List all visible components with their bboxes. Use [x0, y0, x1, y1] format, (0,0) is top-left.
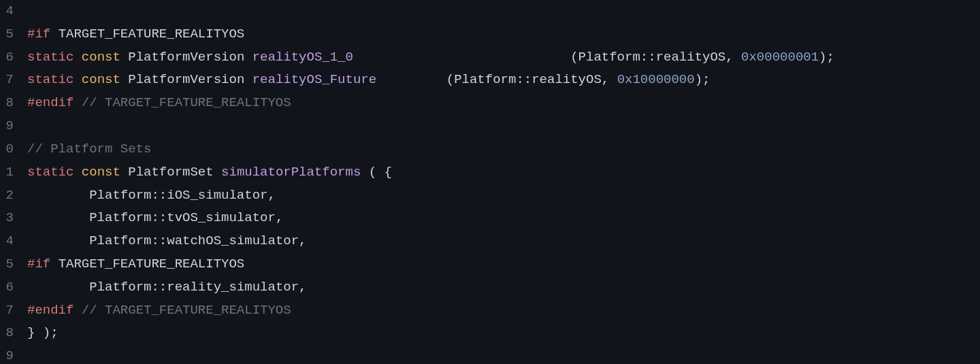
code-content[interactable]: Platform::reality_simulator, [20, 276, 980, 299]
gutter-line-number: 9 [0, 115, 20, 138]
gutter-line-number: 8 [0, 322, 20, 345]
code-content[interactable]: Platform::watchOS_simulator, [20, 230, 980, 253]
code-line[interactable]: 5#if TARGET_FEATURE_REALITYOS [0, 23, 980, 46]
token-kw2: const [82, 165, 120, 180]
token-paren: ( [369, 165, 376, 180]
code-content[interactable]: #endif // TARGET_FEATURE_REALITYOS [20, 92, 980, 115]
code-content[interactable]: #if TARGET_FEATURE_REALITYOS [20, 253, 980, 276]
code-content[interactable] [20, 345, 980, 364]
token-num: 0x10000000 [617, 72, 695, 87]
token-plain [120, 165, 128, 180]
code-content[interactable]: #if TARGET_FEATURE_REALITYOS [20, 23, 980, 46]
token-plain [27, 280, 89, 295]
code-line[interactable]: 4 [0, 0, 980, 23]
token-paren: ( [570, 50, 578, 65]
token-comment: // Platform Sets [27, 142, 151, 156]
token-plain [120, 72, 128, 87]
gutter-line-number: 4 [0, 0, 20, 23]
token-kw1: #if [27, 27, 50, 42]
code-content[interactable]: static const PlatformSet simulatorPlatfo… [20, 161, 980, 184]
gutter-line-number: 9 [0, 345, 20, 364]
code-line[interactable]: 1static const PlatformSet simulatorPlatf… [0, 161, 980, 184]
gutter-line-number: 6 [0, 46, 20, 69]
token-ident: realityOS_Future [252, 72, 376, 87]
code-line[interactable]: 8} ); [0, 322, 980, 345]
token-comment: // TARGET_FEATURE_REALITYOS [82, 303, 291, 318]
token-paren: ) [695, 72, 702, 87]
token-scope: :: [151, 188, 167, 203]
token-plain [120, 50, 128, 65]
code-line[interactable]: 9 [0, 345, 980, 364]
token-plain [27, 233, 89, 248]
token-num: 0x00000001 [741, 50, 819, 65]
token-plain: , [725, 50, 741, 65]
token-scope: :: [640, 50, 656, 65]
code-line[interactable]: 7static const PlatformVersion realityOS_… [0, 69, 980, 92]
code-content[interactable]: // Platform Sets [20, 138, 980, 161]
gutter-line-number: 7 [0, 299, 20, 322]
token-comment: // TARGET_FEATURE_REALITYOS [82, 95, 291, 110]
code-line[interactable]: 6static const PlatformVersion realityOS_… [0, 46, 980, 69]
code-line[interactable]: 4 Platform::watchOS_simulator, [0, 230, 980, 253]
token-kw1: #endif [27, 95, 74, 110]
token-namespace: realityOS [656, 50, 726, 65]
token-ident: simulatorPlatforms [221, 165, 361, 180]
token-macro: TARGET_FEATURE_REALITYOS [59, 257, 245, 271]
code-content[interactable] [20, 115, 980, 138]
token-kw1: #endif [27, 303, 74, 318]
code-line[interactable]: 8#endif // TARGET_FEATURE_REALITYOS [0, 92, 980, 115]
code-line[interactable]: 2 Platform::iOS_simulator, [0, 184, 980, 208]
code-line[interactable]: 6 Platform::reality_simulator, [0, 276, 980, 299]
gutter-line-number: 0 [0, 138, 20, 161]
token-namespace: iOS_simulator [167, 188, 267, 203]
token-ident: realityOS_1_0 [252, 50, 353, 65]
token-namespace: Platform [89, 188, 151, 203]
token-plain [27, 188, 89, 203]
token-namespace: Platform [454, 72, 516, 87]
token-kw2: const [82, 72, 120, 87]
token-scope: :: [516, 72, 532, 87]
gutter-line-number: 5 [0, 253, 20, 276]
token-namespace: realityOS [532, 72, 602, 87]
code-content[interactable]: #endif // TARGET_FEATURE_REALITYOS [20, 299, 980, 322]
token-namespace: tvOS_simulator [167, 210, 276, 225]
code-content[interactable]: static const PlatformVersion realityOS_1… [20, 46, 980, 69]
gutter-line-number: 1 [0, 161, 20, 184]
gutter-line-number: 6 [0, 276, 20, 299]
token-plain [361, 165, 368, 180]
token-kw1: static [27, 72, 74, 87]
token-plain [244, 50, 252, 65]
code-line[interactable]: 3 Platform::tvOS_simulator, [0, 207, 980, 230]
token-plain [244, 72, 252, 87]
code-line[interactable]: 7#endif // TARGET_FEATURE_REALITYOS [0, 299, 980, 322]
token-paren: ) [819, 50, 826, 65]
token-namespace: reality_simulator [167, 280, 299, 295]
code-content[interactable]: Platform::tvOS_simulator, [20, 207, 980, 230]
token-plain: , [267, 188, 275, 203]
token-paren: ) [43, 325, 50, 340]
token-plain: , [276, 210, 283, 225]
token-scope: :: [151, 280, 167, 295]
gutter-line-number: 4 [0, 230, 20, 253]
token-plain: , [299, 280, 306, 295]
code-content[interactable]: Platform::iOS_simulator, [20, 184, 980, 208]
token-macro: TARGET_FEATURE_REALITYOS [59, 27, 245, 42]
code-line[interactable]: 0// Platform Sets [0, 138, 980, 161]
code-content[interactable]: } ); [20, 322, 980, 345]
token-plain [376, 72, 446, 87]
token-kw1: #if [27, 257, 50, 271]
token-plain [353, 50, 570, 65]
code-content[interactable]: static const PlatformVersion realityOS_F… [20, 69, 980, 92]
gutter-line-number: 5 [0, 23, 20, 46]
token-plain: , [602, 72, 617, 87]
code-line[interactable]: 5#if TARGET_FEATURE_REALITYOS [0, 253, 980, 276]
token-plain [74, 95, 81, 110]
code-line[interactable]: 9 [0, 115, 980, 138]
code-editor[interactable]: 4 5#if TARGET_FEATURE_REALITYOS6static c… [0, 0, 980, 364]
token-namespace: watchOS_simulator [167, 233, 299, 248]
token-namespace: Platform [578, 50, 640, 65]
token-plain [74, 72, 81, 87]
code-content[interactable] [20, 0, 980, 23]
token-plain [50, 27, 58, 42]
token-paren: } [27, 325, 35, 340]
